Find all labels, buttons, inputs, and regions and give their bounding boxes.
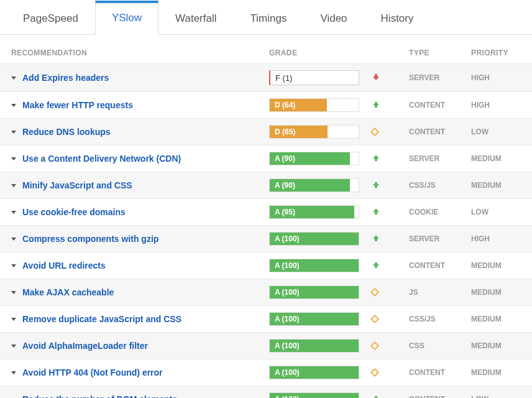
cell-grade: A (95) bbox=[269, 205, 372, 219]
grade-fill: A (100) bbox=[270, 366, 359, 379]
caret-down-icon[interactable] bbox=[11, 318, 16, 321]
cell-grade: A (100) bbox=[269, 312, 372, 326]
header-status-spacer bbox=[372, 49, 409, 57]
recommendations-table: RECOMMENDATION GRADE TYPE PRIORITY Add E… bbox=[0, 35, 532, 398]
recommendation-link[interactable]: Avoid HTTP 404 (Not Found) error bbox=[22, 368, 163, 377]
grade-fill: A (100) bbox=[270, 233, 359, 245]
cell-priority: HIGH bbox=[471, 101, 521, 109]
caret-down-icon[interactable] bbox=[11, 157, 16, 160]
caret-down-icon[interactable] bbox=[11, 264, 16, 267]
recommendation-link[interactable]: Reduce the number of DOM elements bbox=[22, 394, 177, 398]
tab-pagespeed[interactable]: PageSpeed bbox=[6, 1, 95, 35]
caret-down-icon[interactable] bbox=[11, 291, 16, 294]
cell-status bbox=[372, 261, 409, 271]
arrow-up-icon bbox=[372, 100, 380, 111]
cell-priority: MEDIUM bbox=[471, 181, 521, 190]
table-row[interactable]: Avoid AlphaImageLoader filterA (100)CSSM… bbox=[0, 332, 532, 359]
table-row[interactable]: Reduce DNS lookupsD (65)CONTENTLOW bbox=[0, 118, 532, 145]
recommendation-link[interactable]: Avoid URL redirects bbox=[22, 261, 106, 271]
table-row[interactable]: Make fewer HTTP requestsD (64)CONTENTHIG… bbox=[0, 91, 532, 118]
cell-status bbox=[372, 73, 409, 83]
recommendation-link[interactable]: Minify JavaScript and CSS bbox=[22, 180, 132, 190]
grade-bar: A (95) bbox=[269, 205, 359, 219]
diamond-icon bbox=[370, 368, 379, 377]
table-row[interactable]: Compress components with gzipA (100)SERV… bbox=[0, 225, 532, 252]
cell-type: CSS bbox=[409, 341, 471, 350]
grade-bar: A (100) bbox=[269, 366, 359, 379]
cell-grade: A (100) bbox=[269, 366, 372, 379]
grade-bar: D (65) bbox=[269, 125, 359, 139]
header-priority[interactable]: PRIORITY bbox=[471, 49, 521, 57]
recommendation-link[interactable]: Make fewer HTTP requests bbox=[22, 100, 133, 110]
arrow-up-icon bbox=[372, 207, 380, 218]
table-row[interactable]: Use cookie-free domainsA (95)COOKIELOW bbox=[0, 198, 532, 225]
grade-bar: A (100) bbox=[269, 285, 359, 299]
recommendation-link[interactable]: Compress components with gzip bbox=[22, 234, 158, 244]
cell-priority: MEDIUM bbox=[471, 341, 521, 350]
cell-status bbox=[372, 369, 409, 376]
cell-recommendation: Make fewer HTTP requests bbox=[11, 100, 269, 110]
cell-type: COOKIE bbox=[409, 208, 471, 216]
cell-status bbox=[372, 316, 409, 322]
grade-bar: A (100) bbox=[269, 259, 359, 272]
table-row[interactable]: Use a Content Delivery Network (CDN)A (9… bbox=[0, 145, 532, 172]
diamond-icon bbox=[370, 127, 379, 136]
grade-fill: A (100) bbox=[270, 286, 359, 298]
cell-status bbox=[372, 129, 409, 135]
cell-grade: A (100) bbox=[269, 259, 372, 272]
cell-priority: MEDIUM bbox=[471, 154, 521, 163]
header-recommendation[interactable]: RECOMMENDATION bbox=[11, 49, 269, 57]
caret-down-icon[interactable] bbox=[11, 104, 16, 107]
cell-grade: A (100) bbox=[269, 339, 372, 353]
cell-priority: MEDIUM bbox=[471, 288, 521, 297]
cell-type: JS bbox=[409, 288, 471, 297]
grade-fill: A (100) bbox=[270, 313, 359, 325]
tab-timings[interactable]: Timings bbox=[234, 1, 304, 35]
tab-yslow[interactable]: YSlow bbox=[95, 1, 158, 35]
arrow-up-icon bbox=[372, 394, 380, 399]
caret-down-icon[interactable] bbox=[11, 211, 16, 214]
cell-type: CONTENT bbox=[409, 101, 471, 109]
caret-down-icon[interactable] bbox=[11, 184, 16, 187]
caret-down-icon[interactable] bbox=[11, 238, 16, 241]
table-header: RECOMMENDATION GRADE TYPE PRIORITY bbox=[0, 35, 532, 63]
caret-down-icon[interactable] bbox=[11, 131, 16, 134]
recommendation-link[interactable]: Use a Content Delivery Network (CDN) bbox=[22, 154, 181, 164]
recommendation-link[interactable]: Make AJAX cacheable bbox=[22, 287, 114, 297]
tab-video[interactable]: Video bbox=[303, 1, 364, 35]
caret-down-icon[interactable] bbox=[11, 76, 16, 80]
table-row[interactable]: Make AJAX cacheableA (100)JSMEDIUM bbox=[0, 279, 532, 305]
header-type[interactable]: TYPE bbox=[409, 49, 471, 57]
cell-grade: D (64) bbox=[269, 98, 372, 112]
caret-down-icon[interactable] bbox=[11, 345, 16, 348]
cell-type: CONTENT bbox=[409, 261, 471, 270]
grade-bar: A (100) bbox=[269, 392, 359, 398]
cell-grade: A (90) bbox=[269, 178, 372, 192]
header-grade[interactable]: GRADE bbox=[269, 49, 372, 57]
grade-box: F (1) bbox=[269, 70, 359, 85]
table-row[interactable]: Reduce the number of DOM elementsA (100)… bbox=[0, 386, 532, 398]
cell-grade: F (1) bbox=[269, 70, 372, 85]
recommendation-link[interactable]: Use cookie-free domains bbox=[22, 207, 126, 217]
cell-grade: D (65) bbox=[269, 125, 372, 139]
recommendation-link[interactable]: Reduce DNS lookups bbox=[22, 127, 111, 137]
table-row[interactable]: Avoid HTTP 404 (Not Found) errorA (100)C… bbox=[0, 359, 532, 386]
table-row[interactable]: Avoid URL redirectsA (100)CONTENTMEDIUM bbox=[0, 252, 532, 279]
caret-down-icon[interactable] bbox=[11, 371, 16, 374]
tab-waterfall[interactable]: Waterfall bbox=[158, 1, 233, 35]
arrow-down-icon bbox=[372, 73, 380, 83]
cell-status bbox=[372, 180, 409, 191]
recommendation-link[interactable]: Add Expires headers bbox=[22, 73, 109, 83]
table-row[interactable]: Remove duplicate JavaScript and CSSA (10… bbox=[0, 305, 532, 332]
cell-grade: A (90) bbox=[269, 152, 372, 165]
cell-recommendation: Remove duplicate JavaScript and CSS bbox=[11, 314, 269, 324]
tab-history[interactable]: History bbox=[364, 1, 431, 35]
cell-recommendation: Compress components with gzip bbox=[11, 234, 269, 244]
recommendation-link[interactable]: Remove duplicate JavaScript and CSS bbox=[22, 314, 181, 324]
table-row[interactable]: Add Expires headersF (1)SERVERHIGH bbox=[0, 63, 532, 91]
recommendation-link[interactable]: Avoid AlphaImageLoader filter bbox=[22, 341, 148, 351]
cell-status bbox=[372, 100, 409, 111]
grade-bar: A (100) bbox=[269, 232, 359, 246]
grade-fill: A (100) bbox=[270, 259, 359, 272]
table-row[interactable]: Minify JavaScript and CSSA (90)CSS/JSMED… bbox=[0, 172, 532, 198]
